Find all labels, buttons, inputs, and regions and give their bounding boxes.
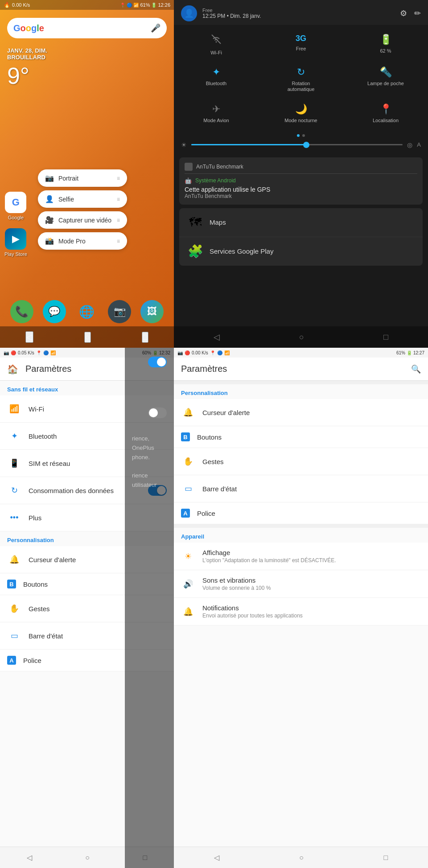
overlay-toggle-1[interactable] [148,357,167,367]
alert-cursor-item-right[interactable]: 🔔 Curseur d'alerte [174,399,428,426]
video-label: Capturer une vidéo [58,217,117,224]
location-toggle-icon: 📍 [380,103,392,115]
brightness-low-icon: ☀ [181,141,187,148]
video-menu-icon: ≡ [117,217,120,223]
selfie-shortcut[interactable]: 👤 Selfie ≡ [38,190,127,208]
bluetooth-toggle[interactable]: ✦ Bluetooth [174,61,259,98]
more-settings-icon: ••• [7,510,21,525]
brightness-track[interactable] [191,144,403,145]
google-app-shortcut[interactable]: G Google [5,192,26,220]
google-search-bar[interactable]: Google 🎤 [7,18,167,38]
messages-dock-app[interactable]: 💬 [43,300,66,323]
dot-2 [302,134,305,137]
sim-settings-label: SIM et réseau [29,460,70,467]
settings-left-home-button[interactable]: ○ [85,854,90,862]
settings-right-back-button[interactable]: ◁ [214,853,219,862]
portrait-shortcut[interactable]: 📷 Portrait ≡ [38,169,127,187]
brightness-bar[interactable]: ☀ ◎ A [174,139,428,154]
gestes-settings-icon-left: ✋ [7,601,21,616]
home-screen: 🔥 0.00 K/s 📍 🔵 📶 61% 🔋 12:26 Google 🎤 JA… [0,0,174,348]
back-button[interactable]: ◁ [25,331,33,343]
settings-divider-1 [174,381,428,384]
battery-toggle-label: 62 % [380,48,391,54]
user-status: Free [202,8,400,13]
rotation-toggle[interactable]: ↻ Rotationautomatique [259,61,343,98]
video-icon: 🎥 [45,216,54,224]
barre-item-right[interactable]: ▭ Barre d'état [174,475,428,502]
selfie-icon: 👤 [45,195,54,203]
edit-icon[interactable]: ✏ [414,8,421,18]
alert-settings-icon-left: 🔔 [7,552,21,567]
boutons-item-right[interactable]: B Boutons [174,426,428,448]
settings-search-icon[interactable]: 🔍 [411,364,421,374]
video-shortcut[interactable]: 🎥 Capturer une vidéo ≡ [38,211,127,229]
signal-icon: 📶 [133,3,139,8]
sons-item[interactable]: 🔊 Sons et vibrations Volume de sonnerie … [174,570,428,598]
police-settings-icon-left: A [7,656,16,665]
police-item-right[interactable]: A Police [174,502,428,524]
bluetooth-settings-icon: ✦ [7,429,21,443]
flashlight-toggle[interactable]: 🔦 Lampe de poche [343,61,428,98]
home-button[interactable]: ○ [84,332,91,343]
location-toggle[interactable]: 📍 Localisation [343,98,428,129]
battery-right: 61% [396,350,405,355]
settings-right-title: Paramètres [181,364,411,374]
rotation-toggle-label: Rotationautomatique [288,81,315,92]
boutons-label-left: Boutons [23,580,48,588]
boutons-icon-right: B [181,432,190,441]
signal-r-icon: 📶 [224,350,230,355]
night-toggle[interactable]: 🌙 Mode nocturne [259,98,343,129]
brightness-auto-icon: ◎ [407,141,412,148]
settings-home-icon: 🏠 [7,364,18,374]
battery-toggle-icon: 🔋 [380,34,392,45]
chrome-dock-app[interactable]: 🌐 [75,300,99,323]
google-app-label: Google [8,215,24,220]
recents-button[interactable]: □ [142,332,148,343]
google-play-services-row[interactable]: 🧩 Services Google Play [179,237,423,266]
notif-back-button[interactable]: ◁ [214,332,220,342]
notif-home-button[interactable]: ○ [299,333,304,342]
boutons-settings-icon-left: B [7,580,16,588]
gestes-item-right[interactable]: ✋ Gestes [174,448,428,475]
settings-right-home-button[interactable]: ○ [299,854,304,862]
gestes-label-right: Gestes [202,458,224,465]
more-settings-label: Plus [29,514,41,522]
time-right: 12:27 [413,350,424,355]
brightness-thumb[interactable] [303,142,309,148]
barre-settings-icon-left: ▭ [7,629,21,643]
gallery-dock-app[interactable]: 🖼 [140,300,164,323]
settings-gear-icon[interactable]: ⚙ [400,8,407,18]
appareil-section-header: Appareil [174,528,428,543]
portrait-menu-icon: ≡ [117,175,120,181]
battery-percent: 61% [140,2,150,8]
wifi-toggle[interactable]: Wi-Fi [174,29,259,61]
settings-right-status-bar: 📷 🔴 0.00 K/s 📍 🔵 📶 61% 🔋 12:27 [174,348,428,358]
notifications-item[interactable]: 🔔 Notifications Envoi autorisé pour tout… [174,598,428,625]
brightness-a-label: A [417,141,421,148]
notif-recents-button[interactable]: □ [383,333,388,342]
pro-shortcut[interactable]: 📸 Mode Pro ≡ [38,232,127,250]
network-speed: 0.00 K/s [12,2,30,8]
playstore-app-shortcut[interactable]: ▶ Play Store [4,228,27,257]
quick-toggles: Wi-Fi 3G Free 🔋 62 % ✦ Bluetooth ↻ Rotat… [174,25,428,132]
overlay-text: rience, OnePlus phone. rience utilisateu… [125,427,174,497]
airplane-toggle[interactable]: ✈ Mode Avion [174,98,259,129]
overlay-toggle-2[interactable] [148,407,167,418]
affichage-item[interactable]: ☀ Affichage L'option "Adaptation de la l… [174,543,428,570]
mic-icon[interactable]: 🎤 [151,23,160,33]
bt-s-icon: 🔵 [43,350,49,355]
settings-divider-2 [174,524,428,528]
maps-app-row[interactable]: 🗺 Maps [179,208,423,237]
phone-dock-app[interactable]: 📞 [10,300,33,323]
app-notifications-section: 🗺 Maps 🧩 Services Google Play [179,208,423,266]
notif-time: 12:25 PM [202,13,225,19]
camera-dock-app[interactable]: 📷 [108,300,131,323]
notification-panel: 👤 Free 12:25 PM • Dim. 28 janv. ⚙ ✏ [174,0,428,348]
battery-r-icon: 🔋 [407,350,412,355]
settings-right-recents-button[interactable]: □ [384,854,388,862]
flame-icon: 🔥 [4,2,10,8]
data-toggle[interactable]: 3G Free [259,29,343,61]
antutu-gps-title: Cette application utilise le GPS [185,186,417,193]
settings-left-back-button[interactable]: ◁ [27,853,32,862]
wifi-settings-label: Wi-Fi [29,405,44,413]
